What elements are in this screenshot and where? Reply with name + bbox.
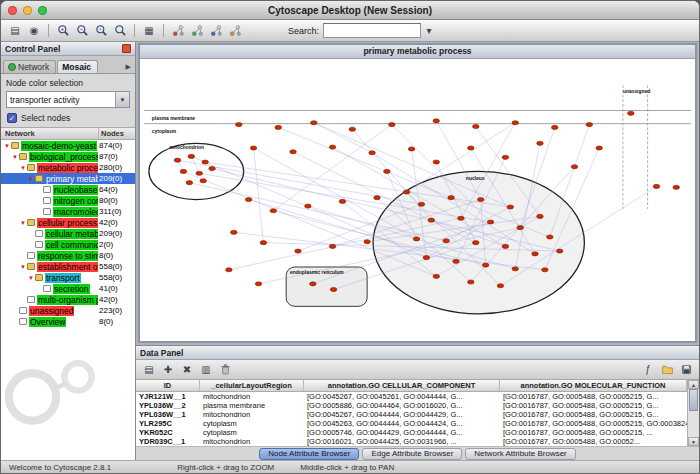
table-cell: [GO:0005886, GO:0044464, GO:0016020, G..…	[304, 401, 500, 410]
tree-label: secretion	[53, 284, 90, 294]
table-row-ylr295c[interactable]: YLR295Ccytoplasm[GO:0045263, GO:0044444,…	[136, 419, 687, 428]
tree-row-overview[interactable]: Overview8(0)	[1, 316, 135, 327]
expand-icon[interactable]: ▼	[19, 165, 27, 171]
browser-tabs: Node Attribute BrowserEdge Attribute Bro…	[136, 446, 699, 460]
export-attributes-icon[interactable]	[678, 362, 694, 378]
table-row-yjr121w-1[interactable]: YJR121W__1mitochondrion[GO:0045267, GO:0…	[136, 392, 687, 401]
tree-row-cellular-metabolic-process[interactable]: cellular metabolic process209(0)	[1, 228, 135, 239]
tree-row-establishment-of-localization[interactable]: ▼establishment of localization558(0)	[1, 261, 135, 272]
tree-node-count: 8(0)	[98, 251, 135, 260]
create-attribute-icon[interactable]: ✚	[160, 362, 176, 378]
tree-label: establishment of localization	[37, 262, 98, 272]
tree-row-nucleobase-nucleoside-nucleotide-metabolic-process[interactable]: nucleobase, nucleoside, nucleotide metab…	[1, 184, 135, 195]
zoom-out-icon[interactable]: −	[74, 23, 90, 39]
table-cell: YPL036W__1	[136, 410, 200, 419]
scroll-tabs-icon[interactable]: ▶	[124, 63, 133, 73]
search-options-icon[interactable]: ▾	[421, 23, 437, 39]
svg-text:nucleus: nucleus	[466, 176, 485, 181]
tab-network-attribute-browser[interactable]: Network Attribute Browser	[465, 448, 575, 460]
tree-node-count: 558(0)	[98, 273, 135, 282]
tab-node-attribute-browser[interactable]: Node Attribute Browser	[259, 448, 359, 460]
table-row-ykr052c[interactable]: YKR052Ccytoplasm[GO:0005746, GO:0044429,…	[136, 428, 687, 437]
float-panel-icon[interactable]	[122, 44, 131, 53]
tree-node-count: 2(0)	[98, 240, 135, 249]
column-header-cellularlayoutregion[interactable]: _cellularLayoutRegion	[200, 380, 304, 391]
tree-row-response-to-stimulus[interactable]: response to stimulus8(0)	[1, 250, 135, 261]
tree-row-nitrogen-compound-metabolic-process[interactable]: nitrogen compound metabolic process80(0)	[1, 195, 135, 206]
table-cell: YKR052C	[136, 428, 200, 437]
print-icon[interactable]: ▤	[7, 23, 23, 39]
tree-row-transport[interactable]: ▼transport558(0)	[1, 272, 135, 283]
column-header-annotation-go-molecular-function[interactable]: annotation.GO MOLECULAR_FUNCTION	[500, 380, 687, 391]
tree-label: mosaic-demo-yeast	[21, 141, 97, 151]
tree-label: cellular process	[37, 218, 98, 228]
tab-network[interactable]: Network	[3, 60, 56, 73]
tree-row-biological-process[interactable]: ▼biological_process87(0)	[1, 151, 135, 162]
network-window-title[interactable]: primary metabolic process	[140, 45, 695, 59]
tree-row-macromolecule-metabolic-process[interactable]: macromolecule metabolic process311(0)	[1, 206, 135, 217]
column-header-annotation-go-cellular-component[interactable]: annotation.GO CELLULAR_COMPONENT	[304, 380, 500, 391]
select-nodes-checkbox[interactable]: ✓	[7, 113, 17, 123]
title-bar[interactable]: Cytoscape Desktop (New Session)	[1, 1, 699, 20]
network-graph[interactable]: plasma membranecytoplasmmitochondrionnuc…	[140, 59, 695, 341]
table-row-ypl036w-2[interactable]: YPL036W__2plasma membrane[GO:0005886, GO…	[136, 401, 687, 410]
manage-networks-icon[interactable]	[170, 23, 186, 39]
attribute-toolbar-left: ▤✚✖▥	[141, 362, 233, 378]
formula-builder-icon[interactable]: ƒ	[640, 362, 656, 378]
expand-icon[interactable]: ▼	[19, 220, 27, 226]
tab-mosaic[interactable]: Mosaic	[57, 60, 98, 73]
scroll-up-icon[interactable]: ▲	[688, 380, 699, 389]
svg-text:unassigned: unassigned	[623, 89, 650, 94]
scroll-down-icon[interactable]: ▼	[688, 437, 699, 446]
nodes-column-header[interactable]: Nodes	[99, 128, 135, 139]
expand-icon[interactable]: ▼	[27, 275, 35, 281]
zoom-fit-content-icon[interactable]	[112, 23, 128, 39]
node-color-select[interactable]: transporter activity ▼	[6, 91, 130, 108]
import-attributes-icon[interactable]	[659, 362, 675, 378]
control-panel-tabs: Network Mosaic ▶	[1, 56, 135, 74]
control-panel-header: Control Panel	[1, 42, 135, 56]
network-canvas[interactable]: plasma membranecytoplasmmitochondrionnuc…	[140, 59, 695, 341]
tree-node-count: 558(0)	[98, 262, 135, 271]
tree-row-unassigned[interactable]: unassigned223(0)	[1, 305, 135, 316]
scroll-thumb[interactable]	[689, 389, 698, 411]
tab-mosaic-label: Mosaic	[62, 62, 91, 72]
vizmapper-icon[interactable]	[227, 23, 243, 39]
tree-row-mosaic-demo-yeast[interactable]: ▼mosaic-demo-yeast874(0)	[1, 140, 135, 151]
folder-icon	[11, 142, 19, 149]
hide-selected-icon[interactable]: ▦	[141, 23, 157, 39]
table-row-ypl036w-1[interactable]: YPL036W__1mitochondrion[GO:0045267, GO:0…	[136, 410, 687, 419]
column-settings-icon[interactable]: ▥	[198, 362, 214, 378]
tree-row-cellular-process[interactable]: ▼cellular process42(0)	[1, 217, 135, 228]
expand-icon[interactable]: ▼	[19, 264, 27, 270]
network-column-header[interactable]: Network	[1, 128, 99, 139]
zoom-selected-region-icon[interactable]: ▫	[93, 23, 109, 39]
cytoscape-window: Cytoscape Desktop (New Session) ▤◉+−▫▦ S…	[0, 0, 700, 474]
expand-icon[interactable]: ▼	[11, 154, 19, 160]
table-scrollbar[interactable]: ▲ ▼	[687, 380, 699, 446]
table-cell: [GO:0016787, GO:0005488, GO:0005215, G..…	[500, 392, 687, 401]
tree-row-secretion[interactable]: secretion41(0)	[1, 283, 135, 294]
create-network-view-icon[interactable]	[189, 23, 205, 39]
search-button-slot: ▾	[421, 23, 437, 39]
export-image-icon[interactable]: ◉	[26, 23, 42, 39]
zoom-in-icon[interactable]: +	[55, 23, 71, 39]
clear-table-icon[interactable]	[217, 362, 233, 378]
tree-row-metabolic-process[interactable]: ▼metabolic process280(0)	[1, 162, 135, 173]
tree-row-multi-organism-process[interactable]: multi-organism process42(0)	[1, 294, 135, 305]
table-row-ydr039c-1[interactable]: YDR039C__1mitochondrion[GO:0016021, GO:0…	[136, 437, 687, 446]
select-nodes-row: ✓ Select nodes	[7, 113, 130, 123]
tree-row-cell-communication[interactable]: cell communication2(0)	[1, 239, 135, 250]
select-attributes-icon[interactable]: ▤	[141, 362, 157, 378]
delete-attribute-icon[interactable]: ✖	[179, 362, 195, 378]
search-input[interactable]	[323, 23, 421, 38]
tree-row-primary-metabolic-process[interactable]: ▼primary metabolic process209(0)	[1, 173, 135, 184]
right-column: primary metabolic process plasma membran…	[136, 42, 699, 460]
expand-icon[interactable]: ▼	[3, 143, 11, 149]
tree-node-count: 209(0)	[98, 229, 135, 238]
tab-edge-attribute-browser[interactable]: Edge Attribute Browser	[362, 448, 462, 460]
destroy-network-view-icon[interactable]	[208, 23, 224, 39]
expand-icon[interactable]: ▼	[27, 176, 35, 182]
column-header-id[interactable]: ID	[136, 380, 200, 391]
network-icon	[27, 296, 35, 303]
